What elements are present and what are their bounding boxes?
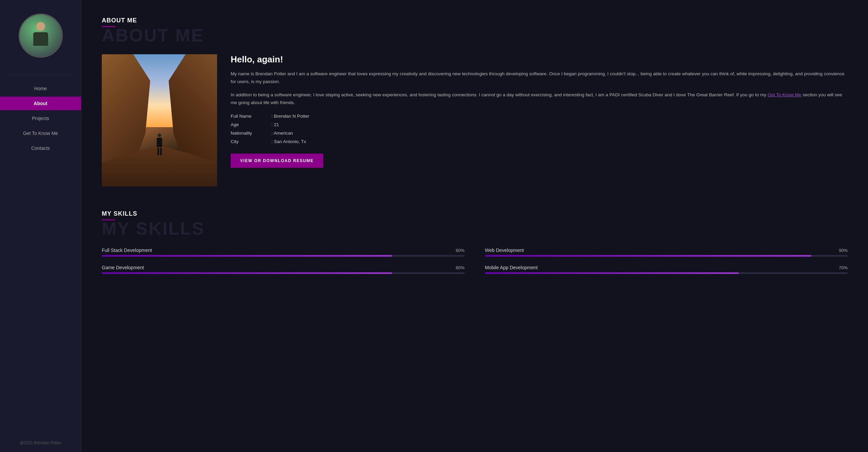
nationality-label: Nationality xyxy=(231,131,271,136)
skill-bar-fill-3 xyxy=(485,272,739,274)
skill-bar-fill-2 xyxy=(102,272,392,274)
skill-item-0: Full Stack Development 80% xyxy=(102,248,465,257)
sidebar-item-home[interactable]: Home xyxy=(0,82,81,95)
age-label: Age xyxy=(231,122,271,127)
avatar xyxy=(19,14,63,58)
skill-pct-0: 80% xyxy=(456,248,464,253)
sidebar-footer: @2021 Brendan Potter xyxy=(20,440,61,452)
para2-before: In addition to being a software engineer… xyxy=(231,92,768,97)
section-header-skills: MY SKILLS MY SKILLS xyxy=(102,210,848,237)
skill-name-3: Mobile App Development xyxy=(485,265,538,270)
skill-bar-bg-1 xyxy=(485,255,848,257)
about-photo xyxy=(102,54,217,186)
sidebar-nav: HomeAboutProjectsGet To Know MeContacts xyxy=(0,82,81,155)
sidebar-item-about[interactable]: About xyxy=(0,97,81,110)
main-content: ABOUT ME ABOUT ME xyxy=(81,0,868,452)
sidebar: HomeAboutProjectsGet To Know MeContacts … xyxy=(0,0,81,452)
skill-pct-1: 90% xyxy=(839,248,848,253)
skill-header-2: Game Development 80% xyxy=(102,265,465,270)
section-header-about: ABOUT ME ABOUT ME xyxy=(102,17,848,44)
about-title-small: ABOUT ME xyxy=(102,17,848,30)
skills-section: MY SKILLS MY SKILLS Full Stack Developme… xyxy=(102,210,848,274)
info-table: Full Name : Brendan N Potter Age : 21 Na… xyxy=(231,114,848,144)
skill-header-3: Mobile App Development 70% xyxy=(485,265,848,270)
sidebar-item-projects[interactable]: Projects xyxy=(0,112,81,125)
skill-item-2: Game Development 80% xyxy=(102,265,465,274)
skills-title-small: MY SKILLS xyxy=(102,210,848,223)
sidebar-item-contacts[interactable]: Contacts xyxy=(0,141,81,155)
about-text-block: Hello, again! My name is Brendan Potter … xyxy=(231,54,848,168)
skill-bar-fill-1 xyxy=(485,255,812,257)
about-section: ABOUT ME ABOUT ME xyxy=(102,17,848,186)
city-label: City xyxy=(231,139,271,144)
skill-name-0: Full Stack Development xyxy=(102,248,152,253)
sidebar-item-get-to-know[interactable]: Get To Know Me xyxy=(0,126,81,140)
skill-bar-bg-3 xyxy=(485,272,848,274)
nationality-value: : American xyxy=(271,131,848,136)
skill-item-1: Web Development 90% xyxy=(485,248,848,257)
about-paragraph-2: In addition to being a software engineer… xyxy=(231,91,848,107)
hello-heading: Hello, again! xyxy=(231,54,848,65)
skill-name-2: Game Development xyxy=(102,265,144,270)
skill-item-3: Mobile App Development 70% xyxy=(485,265,848,274)
skill-header-0: Full Stack Development 80% xyxy=(102,248,465,253)
skills-grid: Full Stack Development 80% Web Developme… xyxy=(102,248,848,274)
skill-pct-2: 80% xyxy=(456,265,464,270)
sidebar-divider xyxy=(8,75,73,75)
about-content: Hello, again! My name is Brendan Potter … xyxy=(102,54,848,186)
skill-name-1: Web Development xyxy=(485,248,524,253)
skill-bar-bg-2 xyxy=(102,272,465,274)
full-name-label: Full Name xyxy=(231,114,271,119)
skill-header-1: Web Development 90% xyxy=(485,248,848,253)
full-name-value: : Brendan N Potter xyxy=(271,114,848,119)
skill-bar-bg-0 xyxy=(102,255,465,257)
get-to-know-link[interactable]: Get To Know Me xyxy=(768,92,802,97)
city-value: : San Antonio, Tx xyxy=(271,139,848,144)
age-value: : 21 xyxy=(271,122,848,127)
skill-bar-fill-0 xyxy=(102,255,392,257)
resume-button[interactable]: VIEW OR DOWNLOAD RESUME xyxy=(231,154,323,168)
about-paragraph-1: My name is Brendan Potter and I am a sof… xyxy=(231,70,848,86)
skill-pct-3: 70% xyxy=(839,265,848,270)
